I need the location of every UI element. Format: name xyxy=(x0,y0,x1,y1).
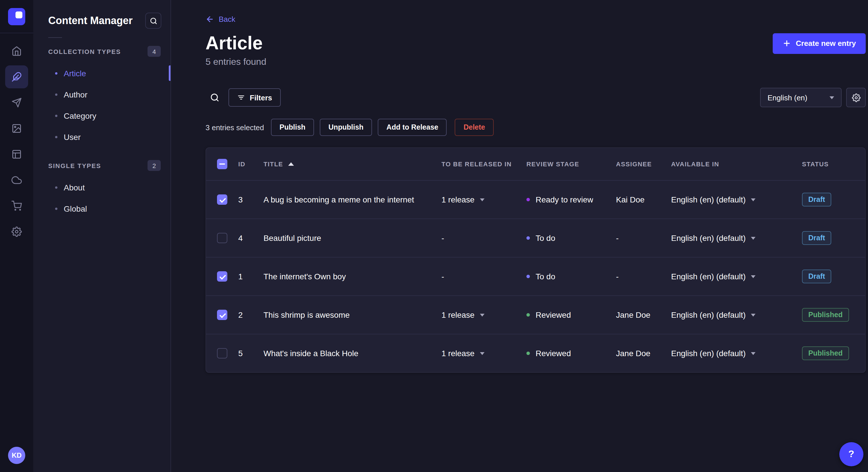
row-checkbox[interactable] xyxy=(217,233,227,243)
table-row[interactable]: 4 Beautiful picture - To do - English (e… xyxy=(206,218,865,257)
col-header-review-stage[interactable]: REVIEW STAGE xyxy=(526,161,616,167)
col-header-title-label: TITLE xyxy=(264,161,283,167)
status-badge: Published xyxy=(802,308,849,322)
main-content: Back Article Create new entry 5 entries … xyxy=(171,0,868,472)
sidebar-item-global[interactable]: Global xyxy=(33,198,170,219)
col-header-id[interactable]: ID xyxy=(238,161,264,167)
filters-button[interactable]: Filters xyxy=(228,88,281,107)
table-row[interactable]: 3 A bug is becoming a meme on the intern… xyxy=(206,180,865,218)
row-available-in-dropdown[interactable]: English (en) (default) xyxy=(671,233,802,243)
row-assignee: Jane Doe xyxy=(616,310,671,319)
col-header-assignee[interactable]: ASSIGNEE xyxy=(616,161,671,167)
chevron-down-icon xyxy=(830,96,834,99)
col-header-title[interactable]: TITLE xyxy=(264,161,441,167)
col-header-available-in[interactable]: AVAILABLE IN xyxy=(671,161,802,167)
row-release-dropdown[interactable]: 1 release xyxy=(441,349,526,358)
rail-nav xyxy=(5,40,28,243)
bullet-icon xyxy=(55,114,57,117)
table-row[interactable]: 2 This shrimp is awesome 1 release Revie… xyxy=(206,295,865,334)
col-header-status[interactable]: STATUS xyxy=(802,161,865,167)
section-count-badge: 4 xyxy=(148,46,161,57)
icon-rail: KD xyxy=(0,0,33,472)
available-in-label: English (en) (default) xyxy=(671,349,746,358)
filter-icon xyxy=(237,94,245,102)
row-review-stage: Reviewed xyxy=(526,349,616,358)
locale-select[interactable]: English (en) xyxy=(760,88,842,107)
home-icon[interactable] xyxy=(5,40,28,63)
delete-button[interactable]: Delete xyxy=(455,119,494,136)
filters-label: Filters xyxy=(250,93,272,102)
row-review-stage: To do xyxy=(526,233,616,243)
chevron-down-icon xyxy=(751,237,755,239)
content-type-builder-icon[interactable] xyxy=(5,143,28,166)
row-release-dropdown[interactable]: 1 release xyxy=(441,195,526,204)
sidebar-item-article[interactable]: Article xyxy=(33,63,170,84)
toolbar: Filters English (en) xyxy=(206,88,866,107)
row-release-dropdown[interactable]: - xyxy=(441,272,526,281)
row-id: 1 xyxy=(238,272,264,281)
stage-label: To do xyxy=(536,272,555,281)
status-badge: Draft xyxy=(802,270,831,283)
row-title: The internet's Own boy xyxy=(264,272,441,281)
create-new-entry-button[interactable]: Create new entry xyxy=(773,33,866,54)
sidebar-item-author[interactable]: Author xyxy=(33,84,170,105)
available-in-label: English (en) (default) xyxy=(671,233,746,243)
cloud-icon[interactable] xyxy=(5,169,28,192)
row-review-stage: Reviewed xyxy=(526,310,616,319)
chevron-down-icon xyxy=(751,275,755,278)
sidebar-item-user[interactable]: User xyxy=(33,126,170,147)
rail-divider xyxy=(0,33,33,33)
row-release-dropdown[interactable]: 1 release xyxy=(441,310,526,319)
sidebar-item-label: Author xyxy=(64,90,88,99)
search-button[interactable] xyxy=(206,88,224,107)
plus-icon xyxy=(782,39,791,47)
bullet-icon xyxy=(55,93,57,96)
publish-button[interactable]: Publish xyxy=(271,119,314,136)
row-checkbox[interactable] xyxy=(217,348,227,359)
row-assignee: Kai Doe xyxy=(616,195,671,204)
chevron-down-icon xyxy=(751,313,755,316)
subnav-divider xyxy=(48,37,62,38)
section-count-badge: 2 xyxy=(148,160,161,171)
release-label: - xyxy=(441,272,444,281)
row-available-in-dropdown[interactable]: English (en) (default) xyxy=(671,349,802,358)
back-link[interactable]: Back xyxy=(206,15,236,24)
unpublish-button[interactable]: Unpublish xyxy=(320,119,372,136)
row-available-in-dropdown[interactable]: English (en) (default) xyxy=(671,310,802,319)
row-release-dropdown[interactable]: - xyxy=(441,233,526,243)
add-to-release-button[interactable]: Add to Release xyxy=(378,119,447,136)
row-checkbox[interactable] xyxy=(217,194,227,205)
table-row[interactable]: 1 The internet's Own boy - To do - Engli… xyxy=(206,257,865,295)
row-available-in-dropdown[interactable]: English (en) (default) xyxy=(671,195,802,204)
row-available-in-dropdown[interactable]: English (en) (default) xyxy=(671,272,802,281)
available-in-label: English (en) (default) xyxy=(671,310,746,319)
user-avatar[interactable]: KD xyxy=(8,447,25,464)
sidebar-item-category[interactable]: Category xyxy=(33,105,170,126)
row-title: Beautiful picture xyxy=(264,233,441,243)
marketplace-icon[interactable] xyxy=(5,194,28,217)
help-button[interactable]: ? xyxy=(839,442,863,466)
select-all-checkbox[interactable] xyxy=(217,159,227,169)
media-library-icon[interactable] xyxy=(5,117,28,140)
settings-icon[interactable] xyxy=(5,220,28,243)
entries-table: ID TITLE TO BE RELEASED IN REVIEW STAGE … xyxy=(206,147,866,373)
row-title: What's inside a Black Hole xyxy=(264,349,441,358)
row-checkbox[interactable] xyxy=(217,271,227,281)
section-label: SINGLE TYPES xyxy=(48,162,101,169)
sidebar-item-about[interactable]: About xyxy=(33,177,170,198)
release-chevron-icon xyxy=(479,313,484,316)
col-header-release[interactable]: TO BE RELEASED IN xyxy=(441,161,526,167)
selection-bar: 3 entries selected Publish Unpublish Add… xyxy=(206,119,866,136)
strapi-logo-icon[interactable] xyxy=(8,8,25,25)
row-id: 3 xyxy=(238,195,264,204)
question-mark-icon: ? xyxy=(844,447,859,462)
releases-icon[interactable] xyxy=(5,91,28,114)
stage-label: Ready to review xyxy=(536,195,593,204)
row-review-stage: Ready to review xyxy=(526,195,616,204)
subnav-search-button[interactable] xyxy=(145,12,161,29)
table-row[interactable]: 5 What's inside a Black Hole 1 release R… xyxy=(206,334,865,372)
view-settings-button[interactable] xyxy=(846,88,866,107)
row-checkbox[interactable] xyxy=(217,310,227,320)
content-manager-icon[interactable] xyxy=(5,65,28,88)
search-icon xyxy=(210,93,219,102)
